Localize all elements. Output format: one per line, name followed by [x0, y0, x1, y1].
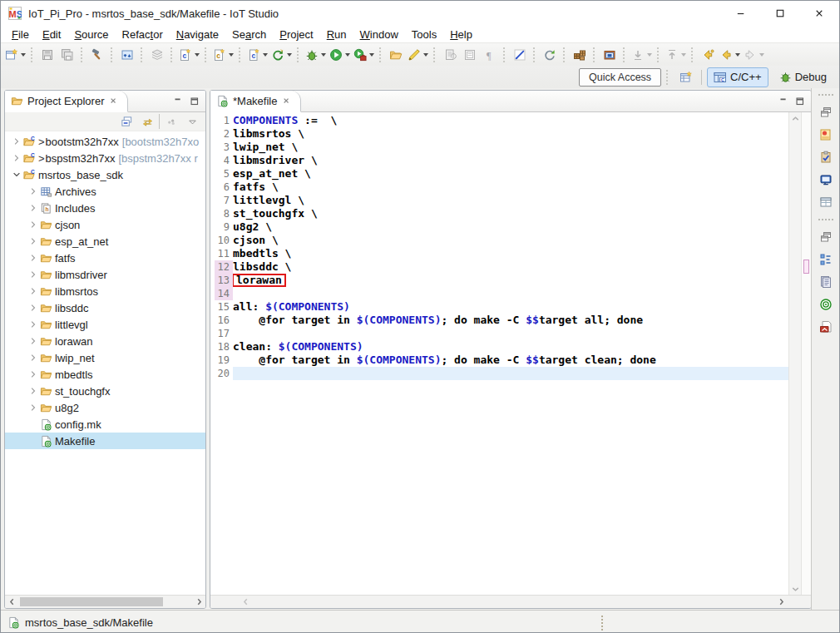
- close-button[interactable]: [800, 1, 839, 27]
- tasks-view-button[interactable]: [815, 146, 837, 167]
- tree-item-bootstm32h7xx[interactable]: C> bootstm32h7xx [bootstm32h7xo: [5, 133, 205, 150]
- menu-project[interactable]: Project: [273, 27, 319, 42]
- build-all-button[interactable]: [117, 45, 137, 65]
- minimize-button[interactable]: [722, 1, 761, 27]
- scroll-right-icon[interactable]: [192, 596, 205, 608]
- menu-window[interactable]: Window: [353, 27, 405, 42]
- tree-item-cjson[interactable]: cjson: [5, 216, 205, 233]
- chevron-collapsed-icon[interactable]: [27, 185, 40, 198]
- console-view-button[interactable]: [815, 169, 837, 190]
- debug-button[interactable]: [304, 45, 328, 65]
- chevron-collapsed-icon[interactable]: [27, 251, 40, 265]
- outline-view-button[interactable]: [815, 249, 837, 270]
- scroll-up-icon[interactable]: [789, 112, 801, 124]
- chevron-collapsed-icon[interactable]: [27, 201, 40, 215]
- maximize-view-button[interactable]: [187, 94, 202, 109]
- new-c-source-file-button[interactable]: c: [177, 45, 201, 65]
- pdf-view-button[interactable]: [815, 316, 837, 337]
- status-bar-handle[interactable]: [601, 616, 605, 631]
- menu-edit[interactable]: Edit: [36, 27, 67, 42]
- refresh-button[interactable]: [540, 45, 560, 65]
- menu-run[interactable]: Run: [320, 27, 353, 42]
- target-view-button[interactable]: [815, 294, 837, 314]
- scrollbar-thumb[interactable]: [20, 597, 163, 606]
- new-make-target-button[interactable]: [269, 45, 294, 65]
- chevron-collapsed-icon[interactable]: [27, 268, 40, 281]
- dropdown-caret-icon[interactable]: [229, 53, 234, 57]
- menu-refactor[interactable]: Refactor: [116, 27, 170, 42]
- dropdown-caret-icon[interactable]: [321, 53, 326, 57]
- chevron-collapsed-icon[interactable]: [10, 135, 23, 148]
- chevron-collapsed-icon[interactable]: [27, 235, 40, 248]
- diff-change-marker[interactable]: [803, 260, 809, 274]
- toggle-mark-occurrences-button[interactable]: [510, 45, 530, 65]
- restore-pane-button[interactable]: [815, 101, 837, 122]
- tree-item-makefile[interactable]: Makefile: [5, 433, 205, 449]
- chevron-collapsed-icon[interactable]: [27, 334, 40, 348]
- view-menu-chevron-button[interactable]: [183, 113, 201, 130]
- link-editor-button[interactable]: [138, 113, 156, 130]
- tree-item-lwip-net[interactable]: lwip_net: [5, 349, 205, 366]
- new-c-project-button[interactable]: c: [245, 45, 269, 65]
- new-c-class-button[interactable]: c: [211, 45, 235, 65]
- chevron-collapsed-icon[interactable]: [27, 218, 40, 231]
- restore-pane-button[interactable]: [815, 226, 837, 247]
- dropdown-caret-icon[interactable]: [681, 53, 686, 57]
- dropdown-caret-icon[interactable]: [759, 53, 764, 57]
- last-edit-location-button[interactable]: [698, 45, 718, 65]
- menu-file[interactable]: File: [5, 27, 36, 42]
- chevron-expanded-icon[interactable]: [10, 168, 23, 181]
- dropdown-caret-icon[interactable]: [423, 53, 428, 57]
- back-button[interactable]: [718, 45, 742, 65]
- chevron-collapsed-icon[interactable]: [27, 284, 40, 298]
- chevron-collapsed-icon[interactable]: [27, 318, 40, 331]
- maximize-view-button[interactable]: [793, 94, 808, 109]
- menu-tools[interactable]: Tools: [405, 27, 443, 42]
- run-button[interactable]: [328, 45, 352, 65]
- tree-item-config-mk[interactable]: config.mk: [5, 416, 205, 433]
- drag-handle[interactable]: [818, 94, 833, 98]
- tree-item-archives[interactable]: Archives: [5, 183, 205, 200]
- chevron-collapsed-icon[interactable]: [27, 351, 40, 364]
- collapse-all-button[interactable]: [117, 113, 136, 130]
- tree-item-u8g2[interactable]: u8g2: [5, 399, 205, 416]
- tree-item-includes[interactable]: hIncludes: [5, 200, 205, 216]
- tree-item-msrtos-base-sdk[interactable]: Cmsrtos_base_sdk: [5, 166, 205, 183]
- perspective-debug[interactable]: Debug: [773, 68, 833, 86]
- menu-navigate[interactable]: Navigate: [170, 27, 225, 42]
- menu-search[interactable]: Search: [225, 27, 273, 42]
- quick-access-box[interactable]: Quick Access: [579, 68, 661, 87]
- dropdown-caret-icon[interactable]: [287, 53, 292, 57]
- close-icon[interactable]: [281, 96, 292, 106]
- tree-item-libmsdriver[interactable]: libmsdriver: [5, 266, 205, 283]
- menu-source[interactable]: Source: [67, 27, 115, 42]
- tree-item-bspstm32h7xx[interactable]: C> bspstm32h7xx [bspstm32h7xx r: [5, 150, 205, 166]
- chevron-collapsed-icon[interactable]: [27, 384, 40, 398]
- dropdown-caret-icon[interactable]: [647, 53, 652, 57]
- build-variables-button[interactable]: [570, 45, 590, 65]
- minimize-view-button[interactable]: [170, 94, 185, 109]
- tree-item-libmsrtos[interactable]: libmsrtos: [5, 283, 205, 299]
- properties-view-button[interactable]: [815, 191, 837, 212]
- scroll-left-icon[interactable]: [239, 596, 252, 608]
- tree-item-fatfs[interactable]: fatfs: [5, 250, 205, 266]
- tree-item-lorawan[interactable]: lorawan: [5, 333, 205, 349]
- tree-item-esp-at-net[interactable]: esp_at_net: [5, 233, 205, 250]
- minimize-view-button[interactable]: [776, 94, 791, 109]
- tree-item-libsddc[interactable]: libsddc: [5, 299, 205, 316]
- maximize-button[interactable]: [761, 1, 800, 27]
- dropdown-caret-icon[interactable]: [195, 53, 200, 57]
- scroll-down-icon[interactable]: [789, 583, 801, 595]
- dropdown-caret-icon[interactable]: [263, 53, 268, 57]
- menu-help[interactable]: Help: [443, 27, 479, 42]
- build-button[interactable]: [87, 45, 107, 65]
- external-tools-button[interactable]: [352, 45, 376, 65]
- editor-h-scrollbar[interactable]: [210, 595, 811, 608]
- drag-handle[interactable]: [818, 219, 833, 223]
- perspective-cpp[interactable]: C C/C++: [707, 67, 768, 87]
- open-perspective-button[interactable]: [676, 67, 696, 87]
- new-button[interactable]: [3, 45, 27, 65]
- close-icon[interactable]: [108, 96, 119, 106]
- dropdown-caret-icon[interactable]: [345, 53, 350, 57]
- explorer-h-scrollbar[interactable]: [5, 595, 205, 608]
